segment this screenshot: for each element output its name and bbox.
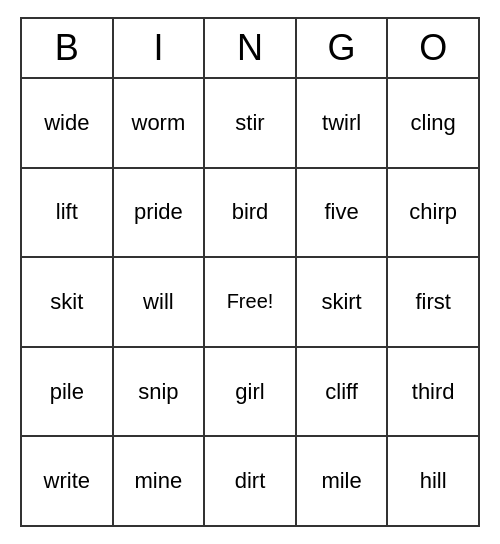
bingo-row-3: pilesnipgirlcliffthird	[22, 348, 478, 438]
bingo-row-4: writeminedirtmilehill	[22, 437, 478, 525]
header-cell-n: N	[205, 19, 297, 77]
bingo-cell-3-4: third	[388, 348, 478, 436]
bingo-cell-0-3: twirl	[297, 79, 389, 167]
bingo-cell-4-2: dirt	[205, 437, 297, 525]
bingo-card: BINGO widewormstirtwirlclingliftpridebir…	[20, 17, 480, 527]
bingo-cell-1-4: chirp	[388, 169, 478, 257]
bingo-cell-4-3: mile	[297, 437, 389, 525]
bingo-cell-1-0: lift	[22, 169, 114, 257]
bingo-cell-2-4: first	[388, 258, 478, 346]
bingo-cell-3-1: snip	[114, 348, 206, 436]
bingo-cell-2-1: will	[114, 258, 206, 346]
bingo-cell-2-2: Free!	[205, 258, 297, 346]
bingo-cell-0-2: stir	[205, 79, 297, 167]
bingo-row-2: skitwillFree!skirtfirst	[22, 258, 478, 348]
bingo-cell-0-4: cling	[388, 79, 478, 167]
bingo-cell-2-0: skit	[22, 258, 114, 346]
header-cell-o: O	[388, 19, 478, 77]
bingo-cell-2-3: skirt	[297, 258, 389, 346]
bingo-cell-3-3: cliff	[297, 348, 389, 436]
bingo-row-1: liftpridebirdfivechirp	[22, 169, 478, 259]
bingo-cell-3-2: girl	[205, 348, 297, 436]
bingo-cell-0-1: worm	[114, 79, 206, 167]
header-cell-b: B	[22, 19, 114, 77]
header-cell-i: I	[114, 19, 206, 77]
bingo-cell-0-0: wide	[22, 79, 114, 167]
bingo-cell-1-2: bird	[205, 169, 297, 257]
bingo-cell-4-1: mine	[114, 437, 206, 525]
bingo-cell-4-0: write	[22, 437, 114, 525]
bingo-body: widewormstirtwirlclingliftpridebirdfivec…	[22, 79, 478, 525]
bingo-cell-1-1: pride	[114, 169, 206, 257]
header-cell-g: G	[297, 19, 389, 77]
bingo-header: BINGO	[22, 19, 478, 79]
bingo-cell-1-3: five	[297, 169, 389, 257]
bingo-cell-4-4: hill	[388, 437, 478, 525]
bingo-cell-3-0: pile	[22, 348, 114, 436]
bingo-row-0: widewormstirtwirlcling	[22, 79, 478, 169]
